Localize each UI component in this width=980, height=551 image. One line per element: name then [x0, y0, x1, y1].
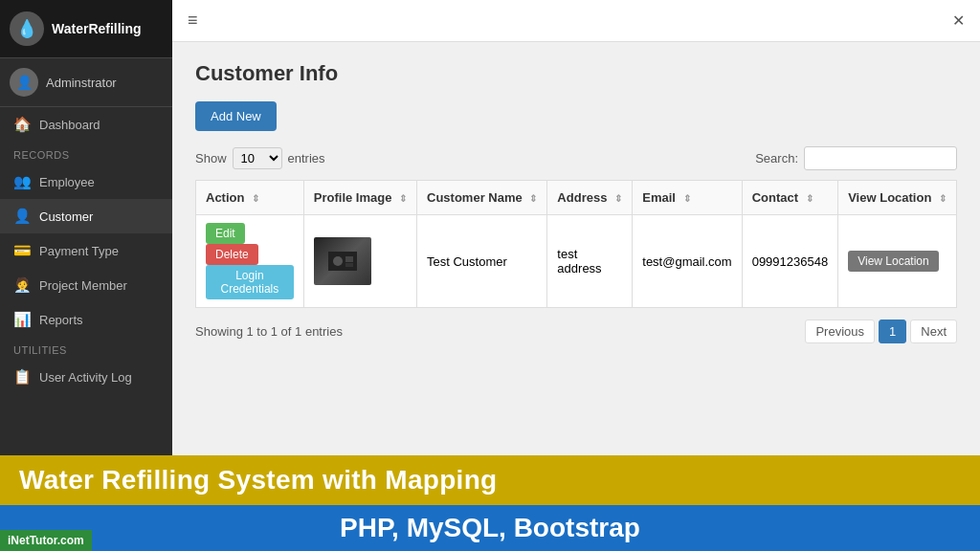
sidebar-item-label: Logout	[39, 523, 75, 537]
sort-icon: ⇕	[806, 193, 813, 204]
cell-email: test@gmail.com	[633, 215, 742, 308]
sidebar: 💧 WaterRefilling 👤 Adminstrator 🏠 Dashbo…	[0, 0, 172, 551]
col-view-location: View Location ⇕	[838, 181, 957, 215]
show-label: Show	[195, 151, 227, 165]
sidebar-item-user-activity-log[interactable]: 📋 User Activity Log	[0, 360, 172, 394]
customer-table: Action ⇕ Profile Image ⇕ Customer Name ⇕…	[195, 180, 957, 308]
reports-icon: 📊	[13, 311, 32, 328]
show-entries-control: Show 10 25 50 100 entries	[195, 147, 325, 169]
next-button[interactable]: Next	[910, 320, 957, 343]
sort-icon: ⇕	[529, 193, 537, 204]
sidebar-item-label: Employee	[39, 175, 95, 189]
previous-button[interactable]: Previous	[805, 320, 875, 343]
col-contact: Contact ⇕	[742, 181, 838, 215]
page-title: Customer Info	[195, 61, 957, 86]
sidebar-header: 💧 WaterRefilling	[0, 0, 172, 58]
activity-icon: 📋	[13, 368, 32, 386]
records-section-label: Records	[0, 142, 172, 165]
cell-address: test address	[547, 215, 633, 308]
sort-icon: ⇕	[399, 193, 407, 204]
login-credentials-button[interactable]: Login Credentials	[206, 265, 294, 299]
content-area: Customer Info Add New Show 10 25 50 100 …	[172, 42, 980, 551]
avatar: 👤	[10, 68, 38, 97]
project-member-icon: 🧑‍💼	[13, 276, 32, 294]
sidebar-item-label: User Activity Log	[39, 370, 132, 385]
username-label: Adminstrator	[46, 76, 117, 90]
sidebar-item-dashboard[interactable]: 🏠 Dashboard	[0, 107, 172, 142]
sidebar-item-label: Project Member	[39, 278, 127, 293]
add-new-button[interactable]: Add New	[195, 101, 277, 131]
table-row: Edit Delete Login Credentials	[196, 215, 957, 308]
sidebar-item-reports[interactable]: 📊 Reports	[0, 302, 172, 337]
employee-icon: 👥	[13, 173, 32, 190]
sort-icon: ⇕	[252, 193, 259, 204]
search-label: Search:	[755, 151, 798, 165]
svg-rect-3	[345, 263, 353, 267]
col-action: Action ⇕	[196, 181, 304, 215]
sidebar-item-logout[interactable]: 🚪 Logout	[0, 513, 172, 547]
col-profile-image: Profile Image ⇕	[303, 181, 416, 215]
sidebar-item-customer[interactable]: 👤 Customer	[0, 199, 172, 233]
table-header-row: Action ⇕ Profile Image ⇕ Customer Name ⇕…	[196, 181, 957, 215]
sidebar-item-label: Payment Type	[39, 244, 119, 258]
sidebar-item-label: Customer	[39, 209, 93, 224]
main-content: ≡ ✕ Customer Info Add New Show 10 25 50 …	[172, 0, 980, 551]
cell-customer-name: Test Customer	[417, 215, 547, 308]
logout-icon: 🚪	[13, 521, 32, 539]
sidebar-nav: 🏠 Dashboard Records 👥 Employee 👤 Custome…	[0, 107, 172, 474]
sidebar-item-visit-frontend[interactable]: 🌐 Visit Front-end Website	[0, 478, 172, 513]
col-address: Address ⇕	[547, 181, 633, 215]
profile-image	[314, 237, 371, 285]
table-footer: Showing 1 to 1 of 1 entries Previous 1 N…	[195, 320, 957, 343]
search-box: Search:	[755, 146, 957, 170]
sidebar-item-label: Visit Front-end Website	[39, 489, 158, 502]
entries-label: entries	[288, 151, 325, 165]
svg-rect-2	[345, 256, 353, 262]
customer-icon: 👤	[13, 208, 32, 225]
cell-profile-image	[303, 215, 416, 308]
payment-icon: 💳	[13, 242, 32, 259]
sidebar-user: 👤 Adminstrator	[0, 58, 172, 107]
svg-point-1	[333, 256, 343, 266]
col-email: Email ⇕	[633, 181, 742, 215]
sidebar-item-label: Reports	[39, 313, 83, 327]
showing-entries-label: Showing 1 to 1 of 1 entries	[195, 324, 343, 339]
sidebar-item-payment-type[interactable]: 💳 Payment Type	[0, 233, 172, 268]
profile-image-inner	[314, 237, 371, 285]
cell-view-location: View Location	[838, 215, 957, 308]
close-icon[interactable]: ✕	[952, 11, 965, 30]
hamburger-icon[interactable]: ≡	[188, 11, 198, 31]
table-controls: Show 10 25 50 100 entries Search:	[195, 146, 957, 170]
cell-contact: 09991236548	[742, 215, 838, 308]
edit-button[interactable]: Edit	[206, 223, 245, 244]
delete-button[interactable]: Delete	[206, 244, 258, 265]
app-logo-icon: 💧	[10, 11, 44, 46]
pagination: Previous 1 Next	[805, 320, 957, 343]
sidebar-footer: 🌐 Visit Front-end Website 🚪 Logout	[0, 474, 172, 551]
sidebar-item-label: Dashboard	[39, 118, 100, 132]
sort-icon: ⇕	[683, 193, 691, 204]
utilities-section-label: Utilities	[0, 337, 172, 360]
globe-icon: 🌐	[13, 487, 32, 504]
col-customer-name: Customer Name ⇕	[417, 181, 547, 215]
topbar: ≡ ✕	[172, 0, 980, 42]
page-1-button[interactable]: 1	[879, 320, 906, 343]
cell-action: Edit Delete Login Credentials	[196, 215, 304, 308]
entries-select[interactable]: 10 25 50 100	[233, 147, 282, 169]
sort-icon: ⇕	[614, 193, 622, 204]
app-title: WaterRefilling	[52, 21, 142, 36]
search-input[interactable]	[804, 146, 957, 170]
sidebar-item-employee[interactable]: 👥 Employee	[0, 165, 172, 199]
view-location-button[interactable]: View Location	[848, 251, 939, 272]
sidebar-item-project-member[interactable]: 🧑‍💼 Project Member	[0, 268, 172, 302]
dashboard-icon: 🏠	[13, 116, 32, 133]
sort-icon: ⇕	[939, 193, 947, 204]
